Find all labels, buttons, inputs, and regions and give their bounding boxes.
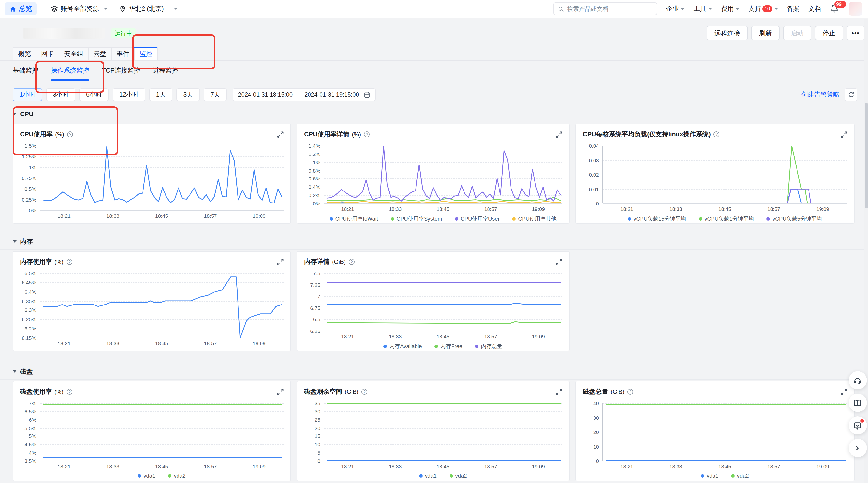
- help-icon[interactable]: ?: [364, 132, 370, 137]
- chart-plot-area[interactable]: [40, 403, 283, 461]
- legend-label: CPU使用率User: [461, 215, 499, 223]
- legend-item-vda2[interactable]: vda2: [731, 473, 749, 479]
- tab-网卡[interactable]: 网卡: [36, 47, 59, 60]
- global-search[interactable]: [554, 2, 657, 15]
- help-icon[interactable]: ?: [349, 259, 354, 265]
- chart-plot-area[interactable]: [40, 273, 283, 338]
- collapse-panel-button[interactable]: [848, 439, 867, 457]
- legend-item-vCPU负载5分钟平均[interactable]: vCPU负载5分钟平均: [767, 215, 822, 223]
- legend-item-CPU使用率User[interactable]: CPU使用率User: [455, 215, 499, 223]
- subtab-操作系统监控[interactable]: 操作系统监控: [51, 61, 89, 80]
- chart-plot-area[interactable]: [324, 403, 562, 461]
- search-icon: [558, 6, 564, 12]
- tab-概览[interactable]: 概览: [13, 47, 36, 60]
- topbar-menu-5[interactable]: 文档: [808, 4, 821, 13]
- instance-tabs: 概览网卡安全组云盘事件监控: [0, 47, 868, 61]
- expand-icon[interactable]: [556, 131, 562, 138]
- chart-plot-area[interactable]: [40, 146, 283, 210]
- help-icon[interactable]: ?: [66, 259, 72, 265]
- topbar-menu-2[interactable]: 费用: [721, 4, 740, 13]
- section-header-内存[interactable]: 内存: [0, 237, 868, 246]
- create-alarm-link[interactable]: 创建告警策略: [801, 90, 840, 99]
- subtab-进程监控[interactable]: 进程监控: [153, 61, 178, 80]
- legend-item-vda1[interactable]: vda1: [137, 473, 155, 479]
- topbar-menu-3[interactable]: 支持10: [748, 4, 778, 13]
- tab-云盘[interactable]: 云盘: [88, 47, 112, 60]
- chart-plot-area[interactable]: [324, 273, 562, 331]
- legend-item-CPU使用率System[interactable]: CPU使用率System: [391, 215, 442, 223]
- section-header-磁盘[interactable]: 磁盘: [0, 367, 868, 376]
- search-input[interactable]: [567, 5, 653, 12]
- section-cards-row: CPU使用率(%)?1.5%1.25%1%0.75%0.5%0.25%0%18:…: [0, 123, 868, 224]
- range-button-3天[interactable]: 3天: [176, 88, 199, 101]
- expand-icon[interactable]: [277, 131, 283, 138]
- help-icon[interactable]: ?: [362, 389, 367, 395]
- expand-icon[interactable]: [277, 259, 283, 265]
- docs-button[interactable]: [848, 394, 867, 412]
- tab-安全组[interactable]: 安全组: [59, 47, 89, 60]
- expand-icon[interactable]: [556, 389, 562, 395]
- more-actions-button[interactable]: •••: [847, 26, 865, 40]
- range-button-3小时[interactable]: 3小时: [46, 88, 75, 101]
- region-selector[interactable]: 华北2 (北京): [120, 4, 178, 13]
- section-header-CPU[interactable]: CPU: [0, 110, 868, 118]
- legend-label: 内存总量: [481, 343, 502, 350]
- plot-column: 18:2118:3318:4518:5719:09: [40, 146, 283, 221]
- support-button[interactable]: [848, 371, 867, 389]
- range-button-7天[interactable]: 7天: [204, 88, 227, 101]
- action-button[interactable]: 刷新: [751, 26, 780, 40]
- subtab-基础监控[interactable]: 基础监控: [13, 61, 38, 80]
- refresh-charts-button[interactable]: [844, 88, 857, 101]
- subtab-TCP连接监控[interactable]: TCP连接监控: [102, 61, 140, 80]
- help-icon[interactable]: ?: [627, 389, 633, 395]
- collapse-triangle-icon: [13, 113, 17, 115]
- action-button[interactable]: 远程连接: [707, 26, 748, 40]
- chart-plot-area[interactable]: [602, 146, 847, 203]
- expand-icon[interactable]: [841, 389, 847, 395]
- action-button[interactable]: 启动: [783, 26, 811, 40]
- date-range-picker[interactable]: 2024-01-31 18:15:00 - 2024-01-31 19:15:0…: [232, 88, 376, 101]
- overview-nav[interactable]: 总览: [5, 2, 37, 15]
- chart-plot-area[interactable]: [324, 146, 562, 203]
- help-icon[interactable]: ?: [66, 389, 72, 395]
- resource-scope-selector[interactable]: 账号全部资源: [51, 4, 108, 13]
- legend-item-内存Available[interactable]: 内存Available: [383, 343, 422, 350]
- range-button-1小时[interactable]: 1小时: [13, 88, 42, 101]
- expand-icon[interactable]: [556, 259, 562, 265]
- scrollbar-thumb[interactable]: [865, 103, 868, 208]
- legend-item-内存总量[interactable]: 内存总量: [475, 343, 502, 350]
- legend-item-vCPU负载1分钟平均[interactable]: vCPU负载1分钟平均: [699, 215, 754, 223]
- legend-item-CPU使用率IoWait[interactable]: CPU使用率IoWait: [329, 215, 378, 223]
- y-axis-labels: 7.57.2576.756.56.25: [301, 273, 324, 331]
- avatar[interactable]: [848, 2, 862, 16]
- legend-item-vda2[interactable]: vda2: [168, 473, 186, 479]
- legend-item-CPU使用率其他[interactable]: CPU使用率其他: [512, 215, 556, 223]
- feedback-button[interactable]: [848, 416, 867, 434]
- chart-card: CPU使用率详情(%)?1.4%1.2%1%0.8%0.6%0.4%0.2%0%…: [297, 123, 569, 224]
- legend-item-vda1[interactable]: vda1: [419, 473, 437, 479]
- legend-item-vda2[interactable]: vda2: [449, 473, 467, 479]
- help-icon[interactable]: ?: [714, 132, 720, 137]
- region-label: 华北2 (北京): [129, 4, 164, 13]
- chart-plot-area[interactable]: [602, 403, 847, 461]
- range-button-1天[interactable]: 1天: [149, 88, 173, 101]
- feedback-dot: [860, 419, 864, 423]
- x-axis-labels: 18:2118:3318:4518:5719:09: [324, 333, 562, 342]
- legend-label: vda1: [144, 473, 155, 479]
- range-button-12小时[interactable]: 12小时: [113, 88, 146, 101]
- expand-icon[interactable]: [277, 389, 283, 395]
- action-button[interactable]: 停止: [815, 26, 843, 40]
- help-icon[interactable]: ?: [67, 132, 73, 137]
- legend-item-vCPU负载15分钟平均[interactable]: vCPU负载15分钟平均: [627, 215, 686, 223]
- topbar-menu-0[interactable]: 企业: [666, 4, 685, 13]
- home-icon: [10, 6, 16, 12]
- topbar-menu-4[interactable]: 备案: [787, 4, 800, 13]
- range-button-6小时[interactable]: 6小时: [79, 88, 109, 101]
- expand-icon[interactable]: [841, 131, 847, 138]
- notifications-button[interactable]: 99+: [830, 4, 840, 14]
- topbar-menu-1[interactable]: 工具: [694, 4, 712, 13]
- tab-监控[interactable]: 监控: [134, 47, 158, 60]
- legend-item-内存Free[interactable]: 内存Free: [435, 343, 462, 350]
- legend-item-vda1[interactable]: vda1: [701, 473, 718, 479]
- tab-事件[interactable]: 事件: [111, 47, 135, 60]
